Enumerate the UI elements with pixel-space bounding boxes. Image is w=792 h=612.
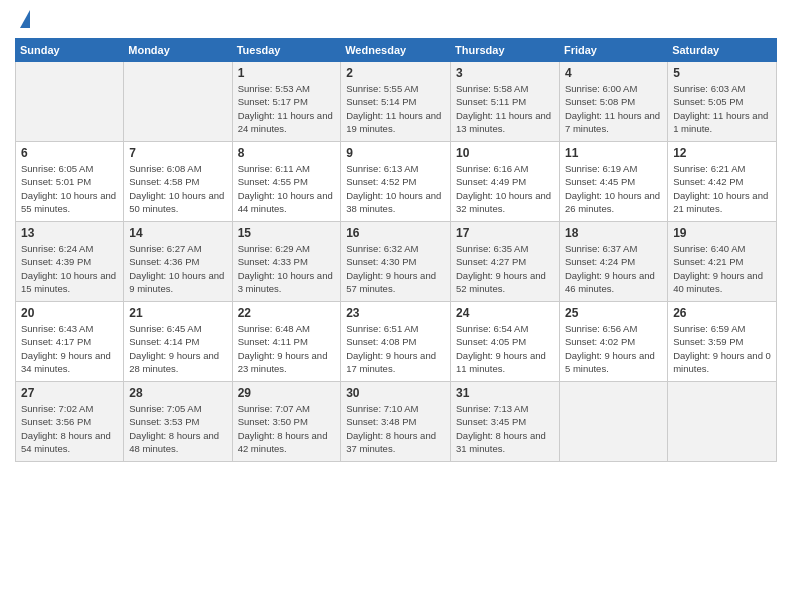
day-info: Sunrise: 7:05 AM Sunset: 3:53 PM Dayligh…	[129, 402, 226, 455]
calendar-cell: 14Sunrise: 6:27 AM Sunset: 4:36 PM Dayli…	[124, 222, 232, 302]
day-info: Sunrise: 6:43 AM Sunset: 4:17 PM Dayligh…	[21, 322, 118, 375]
calendar-cell: 30Sunrise: 7:10 AM Sunset: 3:48 PM Dayli…	[341, 382, 451, 462]
day-info: Sunrise: 6:37 AM Sunset: 4:24 PM Dayligh…	[565, 242, 662, 295]
day-info: Sunrise: 6:35 AM Sunset: 4:27 PM Dayligh…	[456, 242, 554, 295]
day-number: 19	[673, 226, 771, 240]
day-info: Sunrise: 6:51 AM Sunset: 4:08 PM Dayligh…	[346, 322, 445, 375]
calendar-cell: 18Sunrise: 6:37 AM Sunset: 4:24 PM Dayli…	[559, 222, 667, 302]
day-number: 10	[456, 146, 554, 160]
day-info: Sunrise: 5:55 AM Sunset: 5:14 PM Dayligh…	[346, 82, 445, 135]
day-number: 14	[129, 226, 226, 240]
day-info: Sunrise: 6:03 AM Sunset: 5:05 PM Dayligh…	[673, 82, 771, 135]
header	[15, 10, 777, 30]
calendar-cell: 6Sunrise: 6:05 AM Sunset: 5:01 PM Daylig…	[16, 142, 124, 222]
calendar-cell	[559, 382, 667, 462]
day-number: 20	[21, 306, 118, 320]
day-info: Sunrise: 6:19 AM Sunset: 4:45 PM Dayligh…	[565, 162, 662, 215]
day-info: Sunrise: 7:02 AM Sunset: 3:56 PM Dayligh…	[21, 402, 118, 455]
calendar-cell: 23Sunrise: 6:51 AM Sunset: 4:08 PM Dayli…	[341, 302, 451, 382]
calendar-cell: 10Sunrise: 6:16 AM Sunset: 4:49 PM Dayli…	[451, 142, 560, 222]
day-info: Sunrise: 6:29 AM Sunset: 4:33 PM Dayligh…	[238, 242, 336, 295]
day-number: 3	[456, 66, 554, 80]
day-info: Sunrise: 6:54 AM Sunset: 4:05 PM Dayligh…	[456, 322, 554, 375]
calendar-cell: 20Sunrise: 6:43 AM Sunset: 4:17 PM Dayli…	[16, 302, 124, 382]
logo	[15, 10, 30, 30]
day-number: 2	[346, 66, 445, 80]
calendar-cell: 21Sunrise: 6:45 AM Sunset: 4:14 PM Dayli…	[124, 302, 232, 382]
calendar-cell: 1Sunrise: 5:53 AM Sunset: 5:17 PM Daylig…	[232, 62, 341, 142]
logo-triangle-icon	[20, 10, 30, 28]
calendar-cell: 11Sunrise: 6:19 AM Sunset: 4:45 PM Dayli…	[559, 142, 667, 222]
calendar-cell: 17Sunrise: 6:35 AM Sunset: 4:27 PM Dayli…	[451, 222, 560, 302]
day-number: 18	[565, 226, 662, 240]
calendar-cell: 24Sunrise: 6:54 AM Sunset: 4:05 PM Dayli…	[451, 302, 560, 382]
calendar-cell: 13Sunrise: 6:24 AM Sunset: 4:39 PM Dayli…	[16, 222, 124, 302]
day-number: 11	[565, 146, 662, 160]
calendar-cell: 16Sunrise: 6:32 AM Sunset: 4:30 PM Dayli…	[341, 222, 451, 302]
weekday-header-saturday: Saturday	[668, 39, 777, 62]
logo-top	[15, 10, 30, 30]
day-info: Sunrise: 6:56 AM Sunset: 4:02 PM Dayligh…	[565, 322, 662, 375]
calendar-cell: 12Sunrise: 6:21 AM Sunset: 4:42 PM Dayli…	[668, 142, 777, 222]
calendar-week-3: 13Sunrise: 6:24 AM Sunset: 4:39 PM Dayli…	[16, 222, 777, 302]
calendar-cell: 3Sunrise: 5:58 AM Sunset: 5:11 PM Daylig…	[451, 62, 560, 142]
calendar-cell	[668, 382, 777, 462]
calendar-cell: 31Sunrise: 7:13 AM Sunset: 3:45 PM Dayli…	[451, 382, 560, 462]
day-number: 4	[565, 66, 662, 80]
day-number: 25	[565, 306, 662, 320]
calendar-cell: 2Sunrise: 5:55 AM Sunset: 5:14 PM Daylig…	[341, 62, 451, 142]
day-info: Sunrise: 6:27 AM Sunset: 4:36 PM Dayligh…	[129, 242, 226, 295]
day-info: Sunrise: 6:11 AM Sunset: 4:55 PM Dayligh…	[238, 162, 336, 215]
day-number: 17	[456, 226, 554, 240]
calendar-cell: 27Sunrise: 7:02 AM Sunset: 3:56 PM Dayli…	[16, 382, 124, 462]
calendar-cell: 25Sunrise: 6:56 AM Sunset: 4:02 PM Dayli…	[559, 302, 667, 382]
calendar-week-2: 6Sunrise: 6:05 AM Sunset: 5:01 PM Daylig…	[16, 142, 777, 222]
weekday-header-sunday: Sunday	[16, 39, 124, 62]
day-info: Sunrise: 6:13 AM Sunset: 4:52 PM Dayligh…	[346, 162, 445, 215]
page: SundayMondayTuesdayWednesdayThursdayFrid…	[0, 0, 792, 612]
calendar-cell: 15Sunrise: 6:29 AM Sunset: 4:33 PM Dayli…	[232, 222, 341, 302]
day-number: 1	[238, 66, 336, 80]
day-number: 13	[21, 226, 118, 240]
calendar-cell: 29Sunrise: 7:07 AM Sunset: 3:50 PM Dayli…	[232, 382, 341, 462]
calendar-cell: 5Sunrise: 6:03 AM Sunset: 5:05 PM Daylig…	[668, 62, 777, 142]
day-number: 6	[21, 146, 118, 160]
day-number: 27	[21, 386, 118, 400]
day-info: Sunrise: 7:10 AM Sunset: 3:48 PM Dayligh…	[346, 402, 445, 455]
day-info: Sunrise: 6:05 AM Sunset: 5:01 PM Dayligh…	[21, 162, 118, 215]
day-info: Sunrise: 6:40 AM Sunset: 4:21 PM Dayligh…	[673, 242, 771, 295]
weekday-header-monday: Monday	[124, 39, 232, 62]
day-info: Sunrise: 6:59 AM Sunset: 3:59 PM Dayligh…	[673, 322, 771, 375]
day-info: Sunrise: 6:32 AM Sunset: 4:30 PM Dayligh…	[346, 242, 445, 295]
day-info: Sunrise: 7:07 AM Sunset: 3:50 PM Dayligh…	[238, 402, 336, 455]
day-number: 24	[456, 306, 554, 320]
day-info: Sunrise: 5:58 AM Sunset: 5:11 PM Dayligh…	[456, 82, 554, 135]
day-info: Sunrise: 6:48 AM Sunset: 4:11 PM Dayligh…	[238, 322, 336, 375]
calendar-week-4: 20Sunrise: 6:43 AM Sunset: 4:17 PM Dayli…	[16, 302, 777, 382]
day-info: Sunrise: 6:45 AM Sunset: 4:14 PM Dayligh…	[129, 322, 226, 375]
day-info: Sunrise: 7:13 AM Sunset: 3:45 PM Dayligh…	[456, 402, 554, 455]
calendar-cell: 28Sunrise: 7:05 AM Sunset: 3:53 PM Dayli…	[124, 382, 232, 462]
day-number: 12	[673, 146, 771, 160]
day-number: 5	[673, 66, 771, 80]
day-number: 28	[129, 386, 226, 400]
day-number: 26	[673, 306, 771, 320]
day-number: 16	[346, 226, 445, 240]
calendar-table: SundayMondayTuesdayWednesdayThursdayFrid…	[15, 38, 777, 462]
day-number: 30	[346, 386, 445, 400]
calendar-cell: 8Sunrise: 6:11 AM Sunset: 4:55 PM Daylig…	[232, 142, 341, 222]
calendar-cell: 26Sunrise: 6:59 AM Sunset: 3:59 PM Dayli…	[668, 302, 777, 382]
day-info: Sunrise: 6:00 AM Sunset: 5:08 PM Dayligh…	[565, 82, 662, 135]
day-info: Sunrise: 5:53 AM Sunset: 5:17 PM Dayligh…	[238, 82, 336, 135]
calendar-cell	[16, 62, 124, 142]
day-number: 7	[129, 146, 226, 160]
weekday-header-thursday: Thursday	[451, 39, 560, 62]
day-number: 15	[238, 226, 336, 240]
calendar-header-row: SundayMondayTuesdayWednesdayThursdayFrid…	[16, 39, 777, 62]
weekday-header-friday: Friday	[559, 39, 667, 62]
day-info: Sunrise: 6:08 AM Sunset: 4:58 PM Dayligh…	[129, 162, 226, 215]
weekday-header-wednesday: Wednesday	[341, 39, 451, 62]
day-info: Sunrise: 6:16 AM Sunset: 4:49 PM Dayligh…	[456, 162, 554, 215]
day-number: 8	[238, 146, 336, 160]
weekday-header-tuesday: Tuesday	[232, 39, 341, 62]
